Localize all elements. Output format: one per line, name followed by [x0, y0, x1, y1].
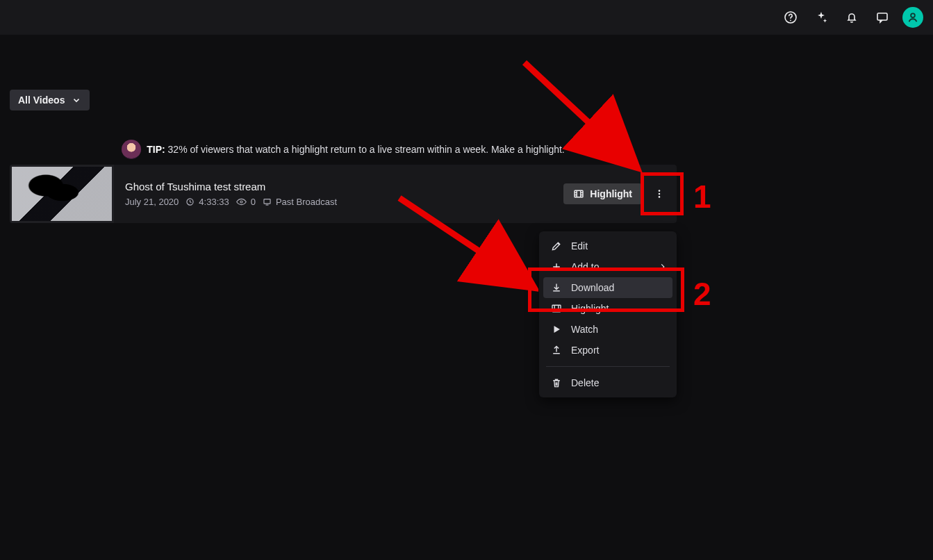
- svg-rect-6: [264, 199, 270, 204]
- video-views: 0: [236, 197, 256, 207]
- tip-banner: TIP: 32% of viewers that watch a highlig…: [10, 140, 677, 159]
- highlight-label: Highlight: [590, 188, 632, 199]
- broadcast-icon: [263, 197, 272, 206]
- top-bar: [0, 0, 933, 35]
- video-date: July 21, 2020: [125, 197, 179, 207]
- menu-label: Edit: [571, 240, 588, 252]
- svg-point-1: [790, 20, 791, 22]
- menu-label: Delete: [571, 377, 599, 388]
- play-icon: [550, 324, 563, 334]
- svg-point-9: [659, 193, 661, 195]
- menu-label: Add to: [571, 261, 599, 272]
- export-icon: [550, 345, 563, 356]
- page-body: All Videos TIP: 32% of viewers that watc…: [0, 35, 933, 233]
- svg-rect-7: [575, 190, 583, 197]
- tip-avatar-icon: [122, 140, 141, 159]
- tip-body: 32% of viewers that watch a highlight re…: [168, 144, 565, 155]
- sparkle-icon[interactable]: [811, 7, 832, 28]
- video-title: Ghost of Tsushima test stream: [125, 181, 552, 192]
- tip-prefix: TIP:: [147, 144, 165, 155]
- clock-icon: [185, 197, 195, 206]
- menu-item-delete[interactable]: Delete: [543, 372, 672, 393]
- filmstrip-icon: [550, 303, 563, 314]
- chevron-right-icon: [659, 263, 667, 271]
- video-thumbnail[interactable]: [10, 165, 114, 223]
- menu-item-export[interactable]: Export: [543, 340, 672, 361]
- video-type: Past Broadcast: [263, 197, 337, 207]
- highlight-button[interactable]: Highlight: [563, 183, 642, 204]
- video-actions: Highlight: [563, 183, 677, 204]
- svg-rect-2: [877, 13, 887, 20]
- eye-icon: [236, 197, 247, 206]
- download-icon: [550, 282, 563, 293]
- bell-icon[interactable]: [841, 7, 862, 28]
- video-info: Ghost of Tsushima test stream July 21, 2…: [114, 174, 563, 214]
- video-meta: July 21, 2020 4:33:33 0 Past Broadcast: [125, 197, 552, 207]
- context-menu: Edit Add to Download Highlight Watch: [539, 231, 677, 397]
- trash-icon: [550, 377, 563, 388]
- menu-label: Download: [571, 282, 614, 293]
- chevron-down-icon: [72, 95, 81, 105]
- help-icon[interactable]: [780, 7, 801, 28]
- svg-point-5: [240, 201, 242, 203]
- pencil-icon: [550, 240, 563, 252]
- video-duration: 4:33:33: [185, 197, 229, 207]
- tip-text: TIP: 32% of viewers that watch a highlig…: [147, 144, 565, 155]
- menu-item-download[interactable]: Download: [543, 277, 672, 298]
- svg-point-10: [659, 196, 661, 198]
- svg-rect-11: [552, 305, 561, 312]
- chat-icon[interactable]: [872, 7, 893, 28]
- plus-icon: [550, 261, 563, 272]
- video-row: Ghost of Tsushima test stream July 21, 2…: [10, 165, 677, 223]
- filmstrip-icon: [573, 188, 584, 199]
- svg-point-8: [659, 190, 661, 192]
- menu-separator: [546, 366, 670, 367]
- annotation-number-2: 2: [693, 275, 711, 313]
- avatar[interactable]: [902, 7, 923, 28]
- filter-label: All Videos: [18, 94, 65, 106]
- more-options-button[interactable]: [649, 183, 670, 204]
- menu-label: Highlight: [571, 303, 609, 314]
- menu-label: Export: [571, 345, 599, 356]
- menu-item-highlight[interactable]: Highlight: [543, 298, 672, 319]
- menu-item-edit[interactable]: Edit: [543, 236, 672, 256]
- svg-point-3: [911, 13, 915, 17]
- menu-item-watch[interactable]: Watch: [543, 319, 672, 340]
- menu-label: Watch: [571, 324, 598, 335]
- menu-item-add-to[interactable]: Add to: [543, 256, 672, 277]
- filter-dropdown[interactable]: All Videos: [10, 90, 90, 110]
